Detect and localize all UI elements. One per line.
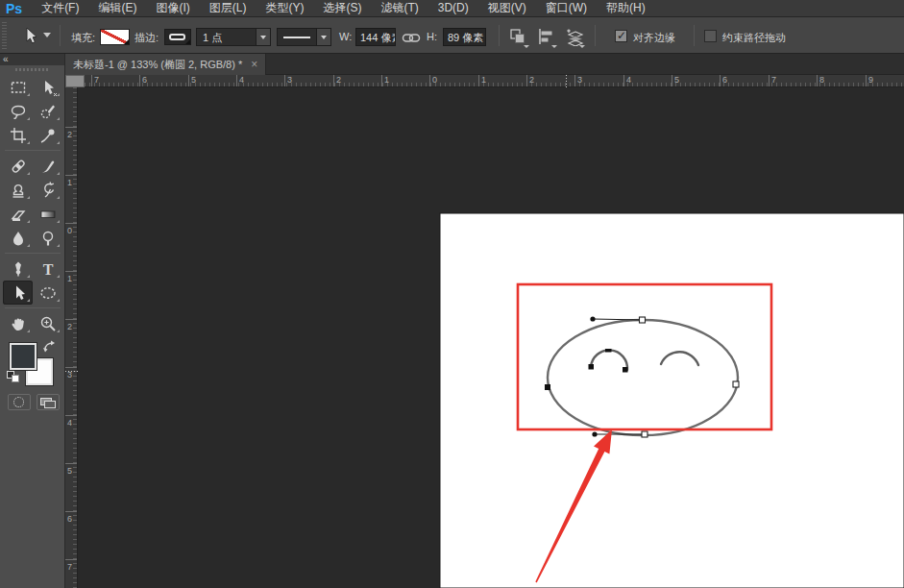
- tool-blur[interactable]: [3, 226, 33, 250]
- constrain-path-drag-checkbox[interactable]: [704, 30, 717, 42]
- menu-item-type[interactable]: 类型(Y): [256, 0, 313, 16]
- tool-clone-stamp[interactable]: [3, 178, 33, 202]
- ruler-label: 1: [67, 178, 72, 187]
- tool-zoom[interactable]: [33, 311, 62, 335]
- document-tab[interactable]: 未标题-1 @ 133% (椭圆 2, RGB/8) * ×: [65, 54, 266, 75]
- ruler-label: 5: [191, 75, 196, 85]
- link-dimensions-icon[interactable]: [402, 32, 421, 44]
- menu-item-3d[interactable]: 3D(D): [428, 0, 478, 16]
- ruler-major-tick: [769, 75, 770, 86]
- ruler-major-tick: [236, 75, 237, 86]
- tool-group-separator: [5, 150, 61, 151]
- fill-color-swatch[interactable]: [100, 29, 130, 45]
- ruler-major-tick: [65, 127, 77, 128]
- default-colors-icon[interactable]: [7, 371, 20, 383]
- tool-move[interactable]: [33, 75, 62, 99]
- tool-group-separator: [5, 253, 61, 254]
- menu-item-help[interactable]: 帮助(H): [597, 0, 655, 16]
- stroke-type-select[interactable]: [277, 28, 331, 46]
- dropdown-caret-icon[interactable]: [316, 29, 330, 45]
- bottom-handle-point[interactable]: [592, 431, 597, 436]
- menu-item-window[interactable]: 窗口(W): [536, 0, 597, 16]
- ruler-major-tick: [65, 271, 77, 272]
- ruler-major-tick: [866, 75, 867, 86]
- tool-eraser[interactable]: [3, 202, 33, 226]
- type-icon: T: [38, 259, 58, 279]
- ruler-label: 7: [771, 75, 776, 85]
- tool-path-selection[interactable]: [3, 281, 33, 305]
- anchor-eyebrow-right-end[interactable]: [623, 367, 628, 373]
- menu-item-file[interactable]: 文件(F): [32, 0, 88, 16]
- anchor-left-selected[interactable]: [545, 384, 550, 390]
- dodge-icon: [38, 229, 58, 248]
- menu-item-select[interactable]: 选择(S): [313, 0, 371, 16]
- tool-history-brush[interactable]: [33, 178, 62, 202]
- menu-item-image[interactable]: 图像(I): [146, 0, 199, 16]
- tool-type[interactable]: T: [33, 257, 62, 281]
- ruler-label: 6: [67, 514, 72, 524]
- align-edges-checkbox[interactable]: [615, 30, 627, 42]
- tool-spot-healing-brush[interactable]: [3, 154, 33, 178]
- anchor-eyebrow-top[interactable]: [605, 349, 612, 353]
- tool-eyedropper[interactable]: [33, 123, 62, 147]
- path-alignment-button[interactable]: [535, 27, 558, 48]
- menu-item-layer[interactable]: 图层(L): [200, 0, 257, 16]
- top-handle-point[interactable]: [590, 316, 595, 321]
- swap-colors-icon[interactable]: [42, 340, 58, 355]
- anchor-top[interactable]: [640, 317, 646, 323]
- tool-preset-caret-icon[interactable]: [43, 33, 51, 37]
- tool-hand[interactable]: [3, 311, 33, 335]
- tool-ellipse-shape[interactable]: [33, 281, 62, 305]
- close-document-icon[interactable]: ×: [251, 60, 257, 69]
- shape-width-field[interactable]: 144 像素: [355, 28, 396, 46]
- tool-lasso[interactable]: [3, 99, 33, 123]
- tool-rectangular-marquee[interactable]: [3, 75, 33, 99]
- dropdown-caret-icon[interactable]: [256, 29, 270, 45]
- canvas-viewport[interactable]: [78, 87, 904, 588]
- tool-pen[interactable]: [3, 257, 33, 281]
- tool-crop[interactable]: [3, 123, 33, 147]
- eraser-icon: [9, 205, 28, 224]
- menu-item-view[interactable]: 视图(V): [478, 0, 536, 16]
- blur-icon: [9, 229, 28, 248]
- path-selection-icon: [9, 283, 28, 303]
- foreground-color-swatch[interactable]: [10, 343, 37, 370]
- tool-options-bar: 填充: 描边: 1 点 W: 144 像素 H: 89 像素: [0, 17, 904, 54]
- quick-mask-mode-button[interactable]: [8, 394, 31, 410]
- ruler-label: 5: [674, 75, 679, 85]
- screen-mode-button[interactable]: [37, 394, 60, 410]
- ruler-label: 7: [94, 75, 99, 85]
- tools-panel-grip[interactable]: [15, 68, 50, 71]
- tool-gradient[interactable]: [33, 202, 62, 226]
- path-operations-button[interactable]: [507, 27, 530, 48]
- tool-brush[interactable]: [33, 154, 62, 178]
- vertical-ruler[interactable]: 2101234567: [65, 87, 78, 588]
- tool-preset-icon[interactable]: [19, 26, 40, 45]
- crop-icon: [9, 126, 28, 145]
- anchor-right[interactable]: [733, 381, 739, 387]
- options-bar-grip[interactable]: [2, 22, 7, 49]
- height-label: H:: [427, 31, 437, 42]
- stroke-color-swatch[interactable]: [164, 29, 191, 45]
- rectangular-marquee-icon: [9, 78, 28, 97]
- ruler-origin-box[interactable]: [65, 75, 85, 87]
- stroke-width-value: 1 点: [203, 31, 222, 45]
- shape-height-field[interactable]: 89 像素: [443, 28, 486, 46]
- ruler-label: 6: [142, 75, 147, 85]
- anchor-bottom[interactable]: [642, 431, 647, 437]
- tool-group-3: [3, 311, 62, 335]
- document-canvas[interactable]: [440, 213, 904, 588]
- anchor-eyebrow-left-end[interactable]: [589, 364, 595, 370]
- tool-dodge[interactable]: [33, 226, 62, 250]
- collapse-panel-icon[interactable]: «: [3, 54, 9, 64]
- quick-selection-icon: [38, 102, 58, 121]
- menu-item-edit[interactable]: 编辑(E): [88, 0, 146, 16]
- ruler-major-tick: [429, 75, 430, 86]
- path-arrangement-button[interactable]: [563, 27, 586, 48]
- stroke-width-select[interactable]: 1 点: [196, 28, 271, 46]
- dropdown-caret-icon: [551, 45, 557, 48]
- tool-quick-selection[interactable]: [33, 99, 62, 123]
- menu-item-filter[interactable]: 滤镜(T): [371, 0, 428, 16]
- horizontal-ruler[interactable]: 76543210123456789: [85, 75, 904, 87]
- ruler-major-tick: [65, 223, 77, 224]
